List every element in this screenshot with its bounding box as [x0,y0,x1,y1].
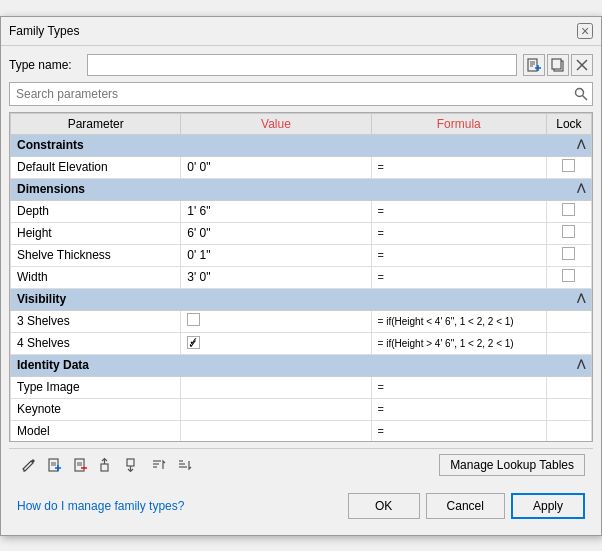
svg-rect-22 [101,464,108,471]
duplicate-type-button[interactable] [547,54,569,76]
param-model: Model [11,420,181,442]
col-parameter: Parameter [11,113,181,134]
value-default-elevation[interactable]: 0' 0" [181,156,371,178]
svg-rect-24 [127,459,134,466]
formula-width[interactable]: = [371,266,546,288]
lock-4-shelves[interactable] [546,332,591,354]
remove-parameter-button[interactable] [69,453,93,477]
ok-button[interactable]: OK [348,493,420,519]
sort-desc-icon [177,457,193,473]
family-types-dialog: Family Types × Type name: [0,16,602,536]
search-button[interactable] [571,84,591,104]
pencil-icon [21,457,37,473]
formula-height[interactable]: = [371,222,546,244]
value-checkbox-4-shelves[interactable]: ✓ [187,336,200,349]
value-width[interactable]: 3' 0" [181,266,371,288]
parameters-table-container: Parameter Value Formula Lock Constraints… [9,112,593,442]
move-up-icon [99,457,115,473]
new-type-button[interactable] [523,54,545,76]
move-down-parameter-button[interactable] [121,453,145,477]
lock-checkbox-depth[interactable] [562,203,575,216]
dialog-title: Family Types [9,24,79,38]
formula-type-image[interactable]: = [371,376,546,398]
manage-lookup-button[interactable]: Manage Lookup Tables [439,454,585,476]
lock-shelve-thickness[interactable] [546,244,591,266]
sort-asc-icon [151,457,167,473]
table-row: Height 6' 0" = [11,222,592,244]
formula-shelve-thickness[interactable]: = [371,244,546,266]
formula-keynote[interactable]: = [371,398,546,420]
search-icon [574,87,588,101]
type-name-input[interactable] [87,54,517,76]
lock-type-image[interactable] [546,376,591,398]
cancel-button[interactable]: Cancel [426,493,505,519]
table-row: Type Image = [11,376,592,398]
lock-model[interactable] [546,420,591,442]
add-parameter-button[interactable] [43,453,67,477]
dimensions-collapse-icon[interactable]: ⋀ [577,182,585,193]
move-up-parameter-button[interactable] [95,453,119,477]
apply-button[interactable]: Apply [511,493,585,519]
table-row: Keynote = [11,398,592,420]
table-row: Default Elevation 0' 0" = [11,156,592,178]
identity-data-collapse-icon[interactable]: ⋀ [577,358,585,369]
param-type-image: Type Image [11,376,181,398]
visibility-collapse-icon[interactable]: ⋀ [577,292,585,303]
value-checkbox-3-shelves[interactable] [187,313,200,326]
lock-checkbox-default-elevation[interactable] [562,159,575,172]
bottom-toolbar: Manage Lookup Tables [9,448,593,481]
sort-desc-button[interactable] [173,453,197,477]
lock-keynote[interactable] [546,398,591,420]
lock-height[interactable] [546,222,591,244]
table-row: Depth 1' 6" = [11,200,592,222]
table-row: 4 Shelves ✓ = if(Height > 4' 6", 1 < 2, … [11,332,592,354]
value-shelve-thickness[interactable]: 0' 1" [181,244,371,266]
lock-width[interactable] [546,266,591,288]
lock-checkbox-shelve-thickness[interactable] [562,247,575,260]
constraints-collapse-icon[interactable]: ⋀ [577,138,585,149]
col-value: Value [181,113,371,134]
param-height: Height [11,222,181,244]
svg-rect-7 [552,59,561,69]
value-height[interactable]: 6' 0" [181,222,371,244]
param-4-shelves: 4 Shelves [11,332,181,354]
lock-checkbox-width[interactable] [562,269,575,282]
formula-depth[interactable]: = [371,200,546,222]
lock-depth[interactable] [546,200,591,222]
formula-model[interactable]: = [371,420,546,442]
bottom-actions: How do I manage family types? OK Cancel … [9,487,593,527]
param-3-shelves: 3 Shelves [11,310,181,332]
remove-param-icon [73,457,89,473]
value-depth[interactable]: 1' 6" [181,200,371,222]
section-identity-data: Identity Data ⋀ [11,354,592,376]
edit-parameter-button[interactable] [17,453,41,477]
value-keynote[interactable] [181,398,371,420]
param-default-elevation: Default Elevation [11,156,181,178]
value-type-image[interactable] [181,376,371,398]
table-header-row: Parameter Value Formula Lock [11,113,592,134]
search-input[interactable] [9,82,593,106]
formula-3-shelves[interactable]: = if(Height < 4' 6", 1 < 2, 2 < 1) [371,310,546,332]
svg-line-11 [583,95,588,100]
dialog-content: Type name: [1,46,601,535]
lock-3-shelves[interactable] [546,310,591,332]
help-link[interactable]: How do I manage family types? [17,499,184,513]
param-width: Width [11,266,181,288]
table-body: Constraints ⋀ Default Elevation 0' 0" = … [11,134,592,442]
close-button[interactable]: × [577,23,593,39]
col-lock: Lock [546,113,591,134]
move-down-icon [125,457,141,473]
param-depth: Depth [11,200,181,222]
section-constraints-label: Constraints ⋀ [11,134,592,156]
formula-4-shelves[interactable]: = if(Height > 4' 6", 1 < 2, 2 < 1) [371,332,546,354]
value-model[interactable] [181,420,371,442]
formula-default-elevation[interactable]: = [371,156,546,178]
sort-asc-button[interactable] [147,453,171,477]
delete-type-button[interactable] [571,54,593,76]
new-type-icon [527,58,541,72]
value-3-shelves[interactable] [181,310,371,332]
lock-default-elevation[interactable] [546,156,591,178]
value-4-shelves[interactable]: ✓ [181,332,371,354]
lock-checkbox-height[interactable] [562,225,575,238]
title-bar: Family Types × [1,17,601,46]
